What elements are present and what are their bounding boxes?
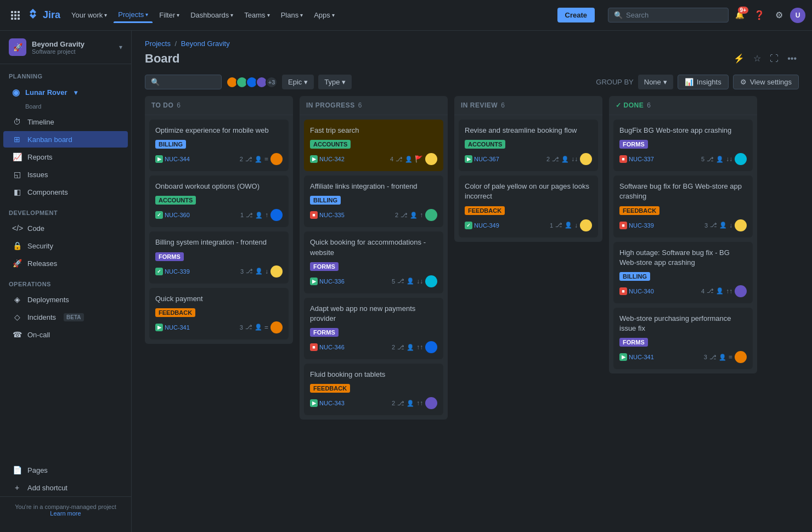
card[interactable]: Onboard workout options (OWO) ACCOUNTS ✓… [149,176,289,227]
sidebar-item-oncall[interactable]: ☎ On-call [3,326,128,343]
board-search[interactable]: 🔍 [145,75,222,89]
deployments-icon: ◈ [12,295,22,304]
jira-logo[interactable]: Jira [26,9,60,22]
create-button[interactable]: Create [557,8,595,22]
lightning-button[interactable]: ⚡ [731,51,747,66]
pages-icon: 📄 [12,466,22,474]
board-sublabel: Board [0,102,131,113]
type-filter[interactable]: Type ▾ [318,75,352,89]
card-footer: ■ NUC-335 2 ⎇ 👤 ↑ [310,209,437,221]
card-id: ■ NUC-339 [619,222,654,229]
settings-button[interactable]: ⚙ [770,7,788,24]
card[interactable]: Web-store purchasing performance issue f… [613,308,753,369]
card[interactable]: Fluid booking on tablets FEEDBACK ▶ NUC-… [304,364,443,415]
sidebar-item-releases[interactable]: 🚀 Releases [3,255,128,271]
card[interactable]: Adapt web app no new payments provider F… [304,298,443,359]
filter-chevron: ▾ [177,12,179,18]
card[interactable]: BugFix BG Web-store app crashing FORMS ■… [613,120,753,171]
card[interactable]: Quick payment FEEDBACK ▶ NUC-341 3 ⎇ 👤 = [149,288,289,339]
fullscreen-button[interactable]: ⛶ [768,52,781,66]
breadcrumb-projects[interactable]: Projects [145,39,171,48]
card-footer: ✓ NUC-360 1 ⎇ 👤 ↑ [155,209,283,221]
your-work-nav[interactable]: Your work ▾ [67,8,111,22]
plans-nav[interactable]: Plans ▾ [277,8,308,22]
project-chevron-icon[interactable]: ▾ [119,43,122,51]
page-title-actions: ⚡ ☆ ⛶ ••• [731,51,799,66]
card-meta: 3 ⎇ 👤 = [704,351,747,363]
avatar-overflow[interactable]: +3 [266,76,278,88]
card-id-icon: ▶ [465,155,472,163]
card[interactable]: High outage: Software bug fix - BG Web-s… [613,242,753,303]
person-icon: 👤 [561,156,569,163]
releases-icon: 🚀 [12,259,22,268]
card[interactable]: Optimize experience for mobile web BILLI… [149,120,289,171]
more-options-button[interactable]: ••• [785,52,799,66]
card[interactable]: Software bug fix for BG Web-store app cr… [613,176,753,237]
teams-nav[interactable]: Teams ▾ [240,8,274,22]
sidebar-item-reports[interactable]: 📈 Reports [3,149,128,165]
insights-button[interactable]: 📊 Insights [678,75,729,89]
search-box[interactable]: 🔍 Search [608,8,729,22]
sidebar-item-components[interactable]: ◧ Components [3,184,128,200]
sidebar-item-kanban[interactable]: ⊞ Kanban board [3,131,128,148]
sidebar-item-pages[interactable]: 📄 Pages [3,462,128,478]
your-work-chevron: ▾ [104,12,107,18]
person-icon: 👤 [255,156,262,163]
card-badge: FORMS [619,140,648,149]
help-button[interactable]: ❓ [751,7,768,24]
view-settings-button[interactable]: ⚙ View settings [733,75,799,89]
card-meta: 3 ⎇ 👤 ↓ [704,219,747,231]
breadcrumb-project[interactable]: Beyond Gravity [181,39,230,48]
card-id-text: NUC-344 [165,156,190,162]
page-title: Board [145,52,180,66]
sidebar-item-deployments[interactable]: ◈ Deployments [3,291,128,308]
card-footer: ■ NUC-337 5 ⎇ 👤 ↓↓ [619,153,747,165]
branch-icon: ⎇ [245,324,252,331]
priority-icon: ↓ [574,222,578,229]
card-avatar [270,153,283,165]
sidebar-item-add-shortcut[interactable]: + Add shortcut [3,479,128,496]
sidebar-footer-link[interactable]: Learn more [50,510,81,517]
dashboards-nav[interactable]: Dashboards ▾ [186,8,238,22]
sidebar-item-lunar-rover[interactable]: ◉ Lunar Rover ▾ [3,83,128,101]
card-id-text: NUC-346 [319,344,345,350]
group-by-select[interactable]: None ▾ [638,75,673,89]
card[interactable]: Fast trip search ACCOUNTS ▶ NUC-342 4 ⎇ … [304,120,443,171]
notifications-button[interactable]: 🔔 9+ [731,7,748,24]
card-id: ▶ NUC-343 [310,399,345,407]
card[interactable]: Billing system integration - frontend FO… [149,231,289,283]
sidebar-item-timeline[interactable]: ⏱ Timeline [3,114,128,130]
person-icon: 👤 [407,344,414,351]
card[interactable]: Quick booking for accommodations - websi… [304,231,443,293]
apps-nav[interactable]: Apps ▾ [309,8,339,22]
filter-nav[interactable]: Filter ▾ [155,8,184,22]
sidebar-item-incidents[interactable]: ◇ Incidents BETA [3,309,128,325]
priority-icon: = [729,353,732,361]
board-search-input[interactable] [163,78,216,86]
user-avatar[interactable]: U [790,8,805,23]
app-switcher-button[interactable] [7,7,24,24]
sidebar-project[interactable]: 🚀 Beyond Gravity Software project ▾ [0,31,131,64]
search-icon: 🔍 [151,78,160,86]
card-num: 4 [390,156,393,162]
card[interactable]: Color of pale yellow on our pages looks … [459,176,598,237]
sidebar-item-security[interactable]: 🔒 Security [3,237,128,254]
epic-filter[interactable]: Epic ▾ [282,75,314,89]
code-icon: </> [12,224,22,233]
sidebar-item-code[interactable]: </> Code [3,220,128,236]
card-num: 5 [392,278,395,285]
oncall-icon: ☎ [12,330,22,339]
card[interactable]: Affiliate links integration - frontend B… [304,176,443,227]
card-badge: FEEDBACK [155,308,195,317]
card-id: ▶ NUC-367 [465,155,499,163]
priority-icon: 🚩 [415,155,423,163]
sidebar-item-issues[interactable]: ◱ Issues [3,166,128,183]
card[interactable]: Revise and streamline booking flow ACCOU… [459,120,598,171]
timeline-icon: ⏱ [12,117,22,126]
card-avatar [735,153,747,165]
star-button[interactable]: ☆ [751,51,763,66]
kanban-board: TO DO 6 Optimize experience for mobile w… [132,96,812,433]
projects-nav[interactable]: Projects ▾ [114,7,153,23]
main-layout: 🚀 Beyond Gravity Software project ▾ PLAN… [0,31,812,532]
card-num: 3 [704,222,708,229]
